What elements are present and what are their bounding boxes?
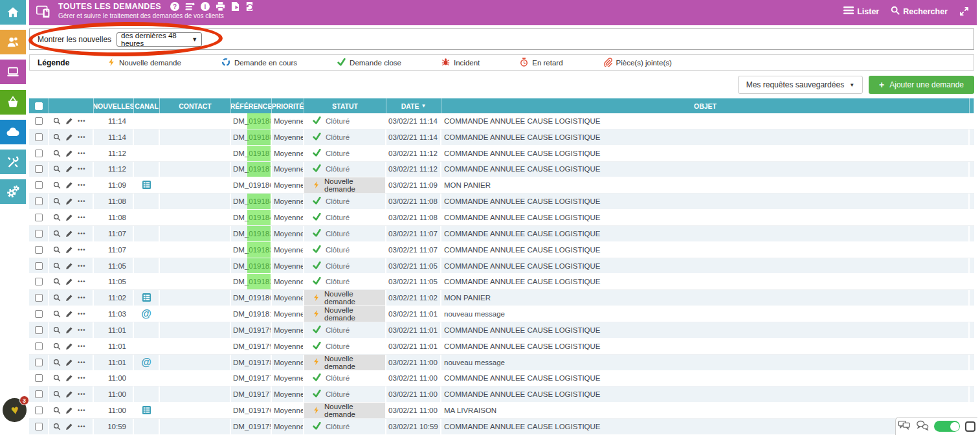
column-nouvelles[interactable]: NOUVELLES <box>94 98 134 113</box>
edit-row-icon[interactable] <box>65 374 73 382</box>
row-checkbox[interactable] <box>29 290 49 306</box>
edit-row-icon[interactable] <box>65 359 73 366</box>
more-actions-icon[interactable]: ••• <box>78 230 85 237</box>
view-row-icon[interactable] <box>53 326 61 334</box>
info-icon[interactable]: i <box>201 2 210 11</box>
sidebar-item-tools[interactable] <box>0 150 26 174</box>
sidebar-item-contacts[interactable] <box>0 30 26 54</box>
more-actions-icon[interactable]: ••• <box>78 263 85 269</box>
edit-row-icon[interactable] <box>65 310 73 318</box>
restore-icon[interactable] <box>245 2 254 11</box>
fullscreen-icon[interactable] <box>959 6 969 16</box>
view-row-icon[interactable] <box>53 133 61 141</box>
more-actions-icon[interactable]: ••• <box>78 359 85 366</box>
row-checkbox[interactable] <box>29 403 49 418</box>
view-row-icon[interactable] <box>53 150 61 157</box>
edit-row-icon[interactable] <box>65 117 73 125</box>
row-checkbox[interactable] <box>29 258 49 274</box>
more-actions-icon[interactable]: ••• <box>78 343 85 350</box>
row-checkbox[interactable] <box>29 177 49 193</box>
view-row-icon[interactable] <box>53 230 61 238</box>
add-request-button[interactable]: + Ajouter une demande <box>869 76 974 94</box>
view-row-icon[interactable] <box>53 359 61 366</box>
row-checkbox[interactable] <box>29 146 49 161</box>
edit-row-icon[interactable] <box>65 278 73 285</box>
row-checkbox[interactable] <box>29 210 49 225</box>
more-actions-icon[interactable]: ••• <box>78 247 85 253</box>
edit-row-icon[interactable] <box>65 407 73 414</box>
row-checkbox[interactable] <box>29 242 49 258</box>
select-all-checkbox[interactable] <box>29 98 49 113</box>
help-icon[interactable]: ? <box>170 2 179 11</box>
more-actions-icon[interactable]: ••• <box>78 198 85 205</box>
edit-row-icon[interactable] <box>65 246 73 254</box>
column-objet[interactable]: OBJET <box>441 98 970 113</box>
chat-toggle[interactable] <box>934 421 960 432</box>
edit-row-icon[interactable] <box>65 230 73 238</box>
edit-row-icon[interactable] <box>65 165 73 173</box>
saved-queries-button[interactable]: Mes requêtes sauvegardées ▼ <box>738 76 863 94</box>
view-row-icon[interactable] <box>53 294 61 302</box>
view-row-icon[interactable] <box>53 262 61 270</box>
print-icon[interactable] <box>216 2 225 11</box>
view-row-icon[interactable] <box>53 310 61 318</box>
more-actions-icon[interactable]: ••• <box>78 150 85 157</box>
row-checkbox[interactable] <box>29 162 49 177</box>
chat-group-icon[interactable] <box>916 420 929 433</box>
more-actions-icon[interactable]: ••• <box>78 214 85 221</box>
row-checkbox[interactable] <box>29 306 49 322</box>
edit-row-icon[interactable] <box>65 133 73 141</box>
column-canal[interactable]: CANAL <box>134 98 160 113</box>
edit-row-icon[interactable] <box>65 150 73 157</box>
view-row-icon[interactable] <box>53 165 61 173</box>
more-actions-icon[interactable]: ••• <box>78 278 85 285</box>
sidebar-item-devices[interactable] <box>0 60 26 84</box>
sidebar-item-settings[interactable] <box>0 179 26 204</box>
more-actions-icon[interactable]: ••• <box>78 407 85 414</box>
edit-row-icon[interactable] <box>65 342 73 350</box>
column-statut[interactable]: STATUT <box>304 98 386 113</box>
view-row-icon[interactable] <box>53 117 61 125</box>
more-actions-icon[interactable]: ••• <box>78 134 85 140</box>
row-checkbox[interactable] <box>29 274 49 289</box>
row-checkbox[interactable] <box>29 113 49 129</box>
rechercher-button[interactable]: Rechercher <box>891 6 948 17</box>
more-actions-icon[interactable]: ••• <box>78 311 85 317</box>
row-checkbox[interactable] <box>29 322 49 338</box>
view-row-icon[interactable] <box>53 374 61 382</box>
show-new-select[interactable]: des dernières 48 heures ▼ <box>117 32 202 47</box>
row-checkbox[interactable] <box>29 386 49 402</box>
more-actions-icon[interactable]: ••• <box>78 391 85 397</box>
sidebar-item-home[interactable] <box>0 0 26 25</box>
row-checkbox[interactable] <box>29 226 49 241</box>
view-row-icon[interactable] <box>53 342 61 350</box>
column-priorite[interactable]: PRIORITÉ <box>272 98 304 113</box>
view-row-icon[interactable] <box>53 278 61 285</box>
edit-row-icon[interactable] <box>65 294 73 302</box>
row-checkbox[interactable] <box>29 355 49 370</box>
view-row-icon[interactable] <box>53 246 61 254</box>
edit-row-icon[interactable] <box>65 326 73 334</box>
more-actions-icon[interactable]: ••• <box>78 118 85 124</box>
more-actions-icon[interactable]: ••• <box>78 375 85 381</box>
edit-row-icon[interactable] <box>65 423 73 430</box>
column-reference[interactable]: RÉFÉRENCE <box>231 98 272 113</box>
edit-row-icon[interactable] <box>65 181 73 189</box>
sidebar-item-cloud[interactable] <box>0 120 26 144</box>
view-row-icon[interactable] <box>53 197 61 205</box>
edit-row-icon[interactable] <box>65 390 73 398</box>
more-actions-icon[interactable]: ••• <box>78 182 85 188</box>
more-actions-icon[interactable]: ••• <box>78 295 85 301</box>
more-actions-icon[interactable]: ••• <box>78 327 85 333</box>
lister-button[interactable]: Lister <box>843 6 879 16</box>
row-checkbox[interactable] <box>29 129 49 145</box>
edit-row-icon[interactable] <box>65 197 73 205</box>
view-row-icon[interactable] <box>53 407 61 414</box>
list-settings-icon[interactable] <box>185 3 195 11</box>
chat-bubbles-icon[interactable] <box>898 420 911 433</box>
feedback-widget-button[interactable]: ♥ 3 <box>3 398 27 422</box>
row-checkbox[interactable] <box>29 371 49 386</box>
export-icon[interactable] <box>231 2 239 11</box>
edit-row-icon[interactable] <box>65 262 73 270</box>
row-checkbox[interactable] <box>29 339 49 354</box>
